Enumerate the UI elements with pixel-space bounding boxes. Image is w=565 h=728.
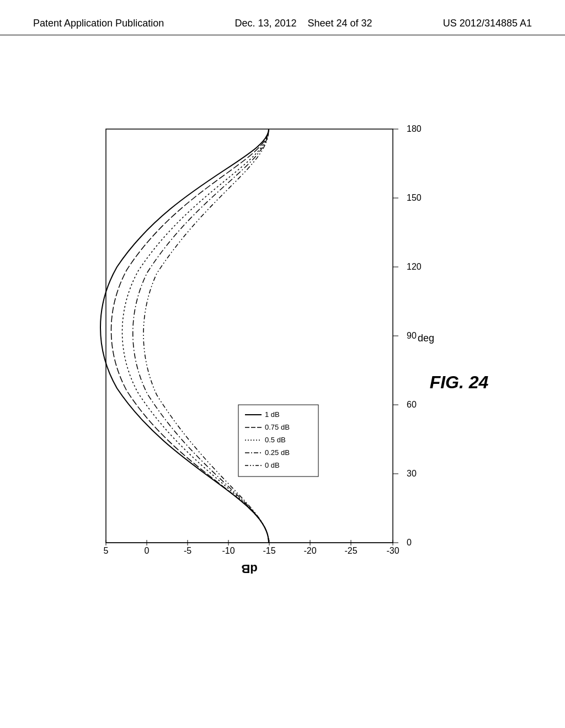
main-content: 5 0 -5 -10 -15 -20 -25 -30 dB (0, 35, 565, 719)
date-label: Dec. 13, 2012 (234, 18, 296, 29)
chart-svg: 5 0 -5 -10 -15 -20 -25 -30 dB (62, 113, 492, 653)
svg-text:0: 0 (407, 538, 412, 547)
publication-label: Patent Application Publication (33, 17, 164, 30)
page-header: Patent Application Publication Dec. 13, … (0, 0, 565, 35)
svg-text:deg: deg (418, 333, 434, 344)
svg-text:30: 30 (407, 469, 417, 478)
svg-text:0.75 dB: 0.75 dB (265, 423, 290, 431)
svg-text:-20: -20 (303, 546, 316, 555)
svg-text:150: 150 (407, 193, 422, 202)
svg-rect-0 (106, 129, 393, 543)
svg-text:5: 5 (104, 546, 109, 555)
patent-number-label: US 2012/314885 A1 (443, 17, 532, 30)
sheet-label: Sheet 24 of 32 (308, 18, 372, 29)
svg-text:0.25 dB: 0.25 dB (265, 448, 290, 457)
svg-text:60: 60 (407, 400, 417, 409)
svg-text:-5: -5 (184, 546, 191, 555)
svg-text:90: 90 (407, 331, 417, 340)
svg-text:-25: -25 (344, 546, 357, 555)
svg-text:dB: dB (241, 562, 257, 576)
date-sheet-label: Dec. 13, 2012 Sheet 24 of 32 (234, 17, 372, 30)
svg-text:1 dB: 1 dB (265, 410, 280, 419)
svg-text:-15: -15 (263, 546, 275, 555)
svg-text:0: 0 (145, 546, 150, 555)
svg-text:180: 180 (407, 124, 422, 133)
svg-text:0.5 dB: 0.5 dB (265, 436, 286, 444)
svg-text:FIG. 24: FIG. 24 (430, 372, 489, 392)
svg-text:0 dB: 0 dB (265, 461, 280, 469)
chart-container: 5 0 -5 -10 -15 -20 -25 -30 dB (62, 113, 503, 664)
svg-text:120: 120 (407, 262, 422, 271)
svg-text:-30: -30 (386, 546, 399, 555)
svg-text:-10: -10 (222, 546, 234, 555)
